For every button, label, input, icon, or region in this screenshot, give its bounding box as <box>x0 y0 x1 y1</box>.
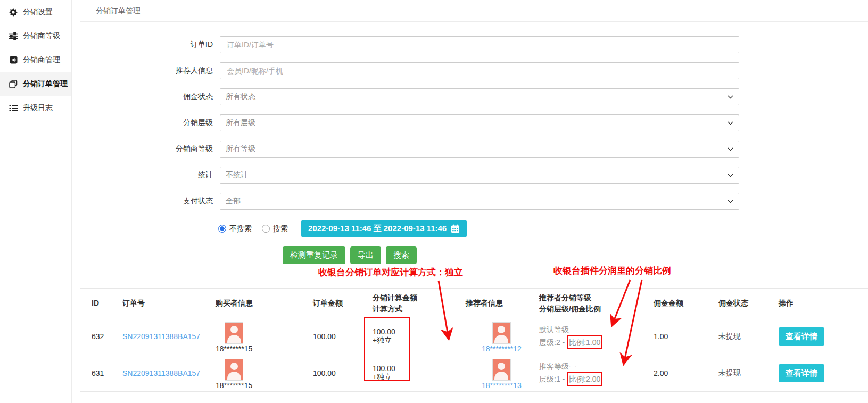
distributor-grade-label: 分销商等级 <box>80 144 213 154</box>
radio-unselected-icon <box>262 225 270 233</box>
order-amount: 100.00 <box>313 318 373 355</box>
col-referrer-level: 推荐者分销等级 分销层级/佣金比例 <box>539 289 654 318</box>
commission-amount: 2.00 <box>654 355 718 392</box>
action-buttons: 检测重复记录 导出 搜索 <box>283 246 868 264</box>
buyer-info: 18*******15 <box>216 322 252 353</box>
order-id: 632 <box>80 318 122 355</box>
referrer-info-input[interactable] <box>220 62 739 79</box>
view-details-button[interactable]: 查看详情 <box>779 327 824 346</box>
calendar-icon <box>451 224 460 233</box>
sidebar-item-label: 升级日志 <box>23 103 53 113</box>
col-order-amount: 订单金额 <box>313 289 373 318</box>
avatar <box>225 322 243 344</box>
sidebar-item-distribution-orders[interactable]: 分销订单管理 <box>0 72 71 96</box>
order-id: 631 <box>80 355 122 392</box>
ratio-red-box: 比例:2.00 <box>567 372 602 386</box>
level-prefix: 层级:2 - <box>539 338 567 347</box>
calc-cell: 100.00 +独立 <box>373 318 466 355</box>
calc-amount: 100.00 <box>373 364 466 373</box>
distributor-grade-select[interactable]: 所有等级 <box>220 141 739 158</box>
referrer-info: 18********13 <box>482 359 522 390</box>
level-prefix: 层级:1 - <box>539 375 567 383</box>
col-order-no: 订单号 <box>122 289 216 318</box>
calc-amount: 100.00 <box>373 327 466 336</box>
commission-status: 未提现 <box>718 318 779 355</box>
export-button[interactable]: 导出 <box>350 246 381 264</box>
main-content: 分销订单管理 订单ID 推荐人信息 佣金状态 所有状态 分销层级 所有层级 <box>72 0 868 403</box>
buyer-phone: 18*******15 <box>216 344 252 353</box>
chevron-down-icon <box>728 147 733 151</box>
referrer-level-cell: 默认等级 层级:2 - 比例:1.00 <box>539 318 654 355</box>
referrer-info-label: 推荐人信息 <box>80 66 213 76</box>
col-id: ID <box>80 289 122 318</box>
distribution-level-select[interactable]: 所有层级 <box>220 114 739 131</box>
payment-status-label: 支付状态 <box>80 196 213 206</box>
table-row: 631 SN22091311388BA157 18*******15 100.0… <box>80 355 868 392</box>
col-commission-status: 佣金状态 <box>718 289 779 318</box>
date-range-button[interactable]: 2022-09-13 11:46 至 2022-09-13 11:46 <box>301 220 467 237</box>
order-id-label: 订单ID <box>80 40 213 50</box>
col-calc-amount: 分销计算金额 计算方式 <box>373 289 466 318</box>
radio-selected-icon <box>218 225 226 233</box>
col-commission: 佣金金额 <box>654 289 718 318</box>
order-no-link[interactable]: SN22091311388BA157 <box>122 369 200 377</box>
sliders-icon <box>9 32 18 40</box>
statistics-select[interactable]: 不统计 <box>220 167 739 184</box>
check-duplicates-button[interactable]: 检测重复记录 <box>283 246 345 264</box>
no-search-radio[interactable]: 不搜索 <box>218 224 252 234</box>
buyer-info: 18*******15 <box>216 359 252 390</box>
page-title: 分销订单管理 <box>80 0 868 22</box>
col-buyer-info: 购买者信息 <box>216 289 313 318</box>
orders-table: ID 订单号 购买者信息 订单金额 分销计算金额 计算方式 推荐者信息 推荐者分… <box>80 288 868 392</box>
date-search-row: 不搜索 搜索 2022-09-13 11:46 至 2022-09-13 11:… <box>218 220 868 237</box>
filter-form: 订单ID 推荐人信息 佣金状态 所有状态 分销层级 所有层级 <box>80 22 868 210</box>
avatar <box>492 359 511 381</box>
search-radio[interactable]: 搜索 <box>262 224 288 234</box>
referrer-info: 18********12 <box>482 322 522 353</box>
list-icon <box>9 104 18 112</box>
referrer-level-name: 推客等级一 <box>539 360 654 372</box>
order-no-link[interactable]: SN22091311388BA157 <box>122 332 200 341</box>
distribution-level-label: 分销层级 <box>80 118 213 128</box>
sidebar-item-distributor-levels[interactable]: 分销商等级 <box>0 24 71 48</box>
sidebar: 分销设置 分销商等级 分销商管理 分销订单管理 升级日志 <box>0 0 72 403</box>
referrer-phone-link[interactable]: 18********13 <box>482 381 522 390</box>
sidebar-item-upgrade-log[interactable]: 升级日志 <box>0 96 71 120</box>
sidebar-item-distribution-settings[interactable]: 分销设置 <box>0 0 71 24</box>
sidebar-item-label: 分销商管理 <box>23 55 60 65</box>
sidebar-item-label: 分销订单管理 <box>23 79 68 89</box>
gear-icon <box>9 8 18 17</box>
chevron-down-icon <box>728 174 733 177</box>
chevron-down-icon <box>728 200 733 203</box>
statistics-label: 统计 <box>80 170 213 180</box>
calc-mode: +独立 <box>373 373 466 382</box>
commission-status-label: 佣金状态 <box>80 92 213 102</box>
col-actions: 操作 <box>779 289 868 318</box>
commission-status-select[interactable]: 所有状态 <box>220 88 739 105</box>
commission-status: 未提现 <box>718 355 779 392</box>
avatar <box>225 359 243 381</box>
search-button[interactable]: 搜索 <box>386 246 417 264</box>
referrer-level-name: 默认等级 <box>539 324 654 335</box>
order-id-input[interactable] <box>220 36 739 53</box>
chevron-down-icon <box>728 121 733 125</box>
ratio-red-box: 比例:1.00 <box>567 335 602 349</box>
referrer-level-cell: 推客等级一 层级:1 - 比例:2.00 <box>539 355 654 392</box>
order-amount: 100.00 <box>313 355 373 392</box>
sidebar-item-label: 分销商等级 <box>23 31 60 41</box>
col-referrer-info: 推荐者信息 <box>466 289 539 318</box>
referrer-phone-link[interactable]: 18********12 <box>482 344 522 353</box>
copy-icon <box>9 80 18 88</box>
share-icon <box>9 56 18 64</box>
chevron-down-icon <box>728 95 733 99</box>
buyer-phone: 18*******15 <box>216 381 252 390</box>
view-details-button[interactable]: 查看详情 <box>779 364 824 382</box>
commission-amount: 1.00 <box>654 318 718 355</box>
payment-status-select[interactable]: 全部 <box>220 193 739 210</box>
calc-mode: +独立 <box>373 336 466 346</box>
table-row: 632 SN22091311388BA157 18*******15 100.0… <box>80 318 868 355</box>
sidebar-item-distributor-management[interactable]: 分销商管理 <box>0 48 71 72</box>
sidebar-item-label: 分销设置 <box>23 7 53 17</box>
table-header-row: ID 订单号 购买者信息 订单金额 分销计算金额 计算方式 推荐者信息 推荐者分… <box>80 289 868 318</box>
calc-cell: 100.00 +独立 <box>373 355 466 392</box>
